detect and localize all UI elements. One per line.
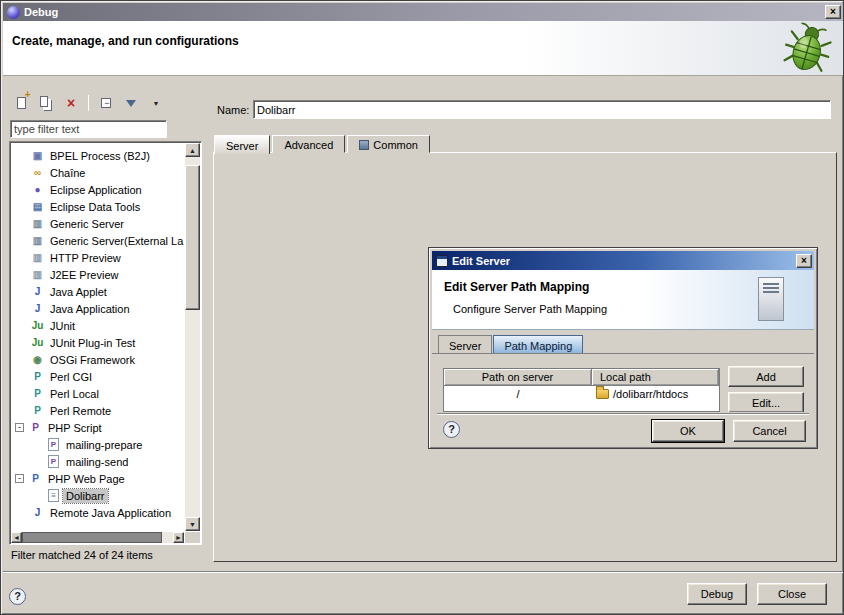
tree-item-j2ee-preview[interactable]: ▥J2EE Preview [13,266,184,283]
collapse-all-icon[interactable] [96,93,116,113]
tree-item-remote-java-application[interactable]: JRemote Java Application [13,504,184,521]
bpel-process-icon: ▣ [30,150,45,161]
tree-item-label: PHP Web Page [45,472,128,486]
tree-item-java-application[interactable]: JJava Application [13,300,184,317]
close-button[interactable]: Close [757,583,827,605]
filter-icon[interactable] [121,93,141,113]
window-title-bar[interactable]: Debug × [3,3,843,21]
tree-item-http-preview[interactable]: ▥HTTP Preview [13,249,184,266]
edit-server-dialog: Edit Server × Edit Server Path Mapping C… [428,247,818,449]
junit-icon: Ju [30,320,45,331]
horizontal-scrollbar-thumb[interactable] [22,532,162,543]
column-header-local-path[interactable]: Local path [592,369,719,386]
ok-button[interactable]: OK [652,420,724,442]
tree-vertical-scrollbar[interactable]: ▲ ▼ [185,143,200,531]
add-button[interactable]: Add [728,366,804,387]
j2ee-preview-icon: ▥ [30,269,45,280]
tree-item-label: Java Application [47,302,133,316]
tree-item-label: J2EE Preview [47,268,121,282]
debug-bug-icon [779,18,837,79]
toolbar-separator [88,95,89,111]
path-mapping-table: Path on server Local path / /dolibarr/ht… [443,368,720,412]
tree-item-label: Generic Server [47,217,127,231]
tree-item-php-web-page[interactable]: -PPHP Web Page [13,470,184,487]
dialog-help-button[interactable]: ? [443,421,460,438]
tree-item-osgi-framework[interactable]: ◉OSGi Framework [13,351,184,368]
tree-item-bpel-process-b2j-[interactable]: ▣BPEL Process (B2J) [13,147,184,164]
dialog-tab-server[interactable]: Server [438,335,492,353]
edit-button[interactable]: Edit... [728,392,804,412]
php-file-icon: P [48,455,59,468]
perl-cgi-icon: P [30,371,45,382]
window-close-button[interactable]: × [825,5,841,19]
edit-server-title: Edit Server [452,255,796,267]
menu-arrow-icon[interactable]: ▼ [146,93,166,113]
tree-item-label: Perl Remote [47,404,114,418]
server-icon [758,277,784,321]
tree-expander-icon[interactable]: - [15,474,24,483]
tree-horizontal-scrollbar[interactable]: ◄ ► [11,532,184,543]
scroll-left-icon[interactable]: ◄ [11,532,22,543]
junit-plugin-test-icon: Ju [30,337,45,348]
dialog-bottom-separator [437,413,809,415]
column-header-path-on-server[interactable]: Path on server [444,369,592,386]
tree-item-perl-local[interactable]: PPerl Local [13,385,184,402]
cancel-button[interactable]: Cancel [733,420,806,442]
tree-item-eclipse-application[interactable]: ●Eclipse Application [13,181,184,198]
tree-expander-icon[interactable]: - [15,423,24,432]
edit-server-tabs: Server Path Mapping [438,335,584,353]
new-configuration-icon[interactable] [11,93,31,113]
scroll-right-icon[interactable]: ► [173,532,184,543]
folder-icon [596,389,609,399]
tree-item-cha-ne[interactable]: ∞Chaîne [13,164,184,181]
config-tabs: Server Advanced Common [214,135,432,153]
filter-input[interactable] [10,120,167,138]
tree-item-php-script[interactable]: -PPHP Script [13,419,184,436]
footer-separator [3,571,843,573]
java-application-icon: J [30,303,45,314]
dialog-tab-path-mapping[interactable]: Path Mapping [493,335,583,353]
tree-item-label: mailing-send [63,455,131,469]
configurations-toolbar: × ▼ [11,93,166,113]
name-input[interactable] [253,100,831,119]
common-tab-icon [359,140,369,150]
edit-server-title-bar[interactable]: Edit Server × [432,251,814,270]
tree-item-perl-remote[interactable]: PPerl Remote [13,402,184,419]
page-title: Create, manage, and run configurations [12,34,239,48]
edit-server-header: Edit Server Path Mapping Configure Serve… [432,270,814,330]
tree-item-perl-cgi[interactable]: PPerl CGI [13,368,184,385]
tree-item-label: Eclipse Data Tools [47,200,143,214]
tab-common-label: Common [373,139,418,151]
help-button[interactable]: ? [9,588,26,605]
dialog-window-icon [436,255,448,267]
eclipse-app-icon [7,6,20,19]
dialog-close-button[interactable]: × [796,254,812,268]
tree-item-label: Generic Server(External La [47,234,184,248]
debug-button[interactable]: Debug [687,583,747,605]
scroll-down-icon[interactable]: ▼ [185,517,200,531]
tree-item-label: mailing-prepare [63,438,145,452]
vertical-scrollbar-thumb[interactable] [185,165,200,310]
eclipse-data-tools-icon: ▤ [30,201,45,212]
duplicate-configuration-icon[interactable] [36,93,56,113]
tab-advanced[interactable]: Advanced [272,135,345,153]
scroll-up-icon[interactable]: ▲ [185,143,200,157]
tree-item-eclipse-data-tools[interactable]: ▤Eclipse Data Tools [13,198,184,215]
tree-item-generic-server[interactable]: ▥Generic Server [13,215,184,232]
edit-server-heading: Edit Server Path Mapping [444,280,589,294]
tree-item-junit[interactable]: JuJUnit [13,317,184,334]
tree-item-junit-plug-in-test[interactable]: JuJUnit Plug-in Test [13,334,184,351]
table-row[interactable]: / /dolibarr/htdocs [444,386,719,402]
tree-item-mailing-prepare[interactable]: Pmailing-prepare [13,436,184,453]
tree-item-label: Chaîne [47,166,88,180]
tab-common[interactable]: Common [347,135,430,153]
tab-server[interactable]: Server [214,135,270,154]
name-label: Name: [217,104,249,116]
delete-configuration-icon[interactable]: × [61,93,81,113]
tree-item-dolibarr[interactable]: ≡Dolibarr [13,487,184,504]
tree-item-java-applet[interactable]: JJava Applet [13,283,184,300]
php-script-icon: P [28,422,43,433]
tree-item-mailing-send[interactable]: Pmailing-send [13,453,184,470]
edit-server-subheading: Configure Server Path Mapping [453,303,607,315]
tree-item-generic-server-external-la[interactable]: ▥Generic Server(External La [13,232,184,249]
